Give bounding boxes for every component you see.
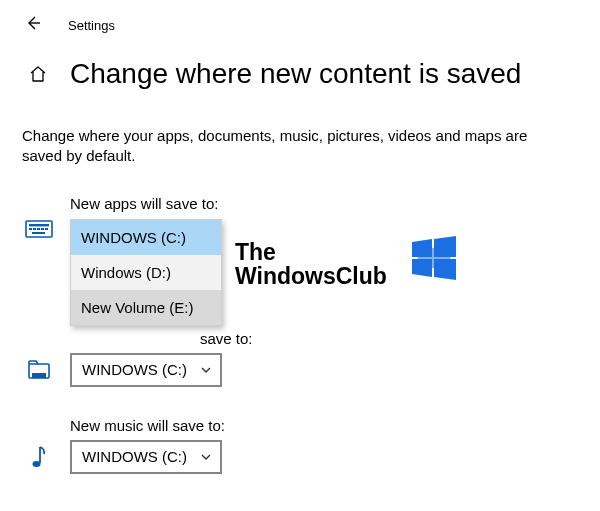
- page-title: Change where new content is saved: [70, 58, 521, 90]
- svg-rect-3: [29, 228, 32, 230]
- music-icon: [22, 443, 56, 471]
- documents-icon: [22, 358, 56, 382]
- dropdown-option[interactable]: Windows (D:): [71, 255, 221, 290]
- dropdown-option[interactable]: New Volume (E:): [71, 290, 221, 325]
- svg-point-11: [33, 461, 41, 467]
- section-music: New music will save to: WINDOWS (C:): [0, 417, 600, 474]
- apps-label: New apps will save to:: [70, 195, 578, 212]
- apps-icon: [22, 218, 56, 240]
- watermark-text: The WindowsClub: [235, 240, 387, 288]
- svg-rect-4: [33, 228, 36, 230]
- music-combo[interactable]: WINDOWS (C:): [70, 440, 222, 474]
- svg-rect-6: [41, 228, 44, 230]
- home-icon[interactable]: [28, 64, 48, 89]
- watermark-logo: [412, 236, 456, 284]
- back-button[interactable]: [20, 10, 46, 41]
- svg-rect-8: [32, 232, 45, 234]
- documents-value: WINDOWS (C:): [82, 361, 187, 378]
- music-label: New music will save to:: [70, 417, 578, 434]
- window-title: Settings: [68, 18, 115, 33]
- svg-rect-7: [45, 228, 48, 230]
- documents-label: save to:: [70, 330, 578, 347]
- apps-dropdown[interactable]: WINDOWS (C:) Windows (D:) New Volume (E:…: [70, 219, 222, 326]
- svg-rect-10: [32, 373, 46, 378]
- svg-rect-2: [29, 224, 49, 226]
- svg-rect-5: [37, 228, 40, 230]
- music-value: WINDOWS (C:): [82, 448, 187, 465]
- section-apps: New apps will save to: WINDOWS (C:) Wind…: [0, 195, 600, 240]
- documents-combo[interactable]: WINDOWS (C:): [70, 353, 222, 387]
- chevron-down-icon: [200, 451, 212, 463]
- page-description: Change where your apps, documents, music…: [0, 100, 600, 167]
- chevron-down-icon: [200, 364, 212, 376]
- section-documents: save to: WINDOWS (C:): [0, 330, 600, 387]
- dropdown-option[interactable]: WINDOWS (C:): [71, 220, 221, 255]
